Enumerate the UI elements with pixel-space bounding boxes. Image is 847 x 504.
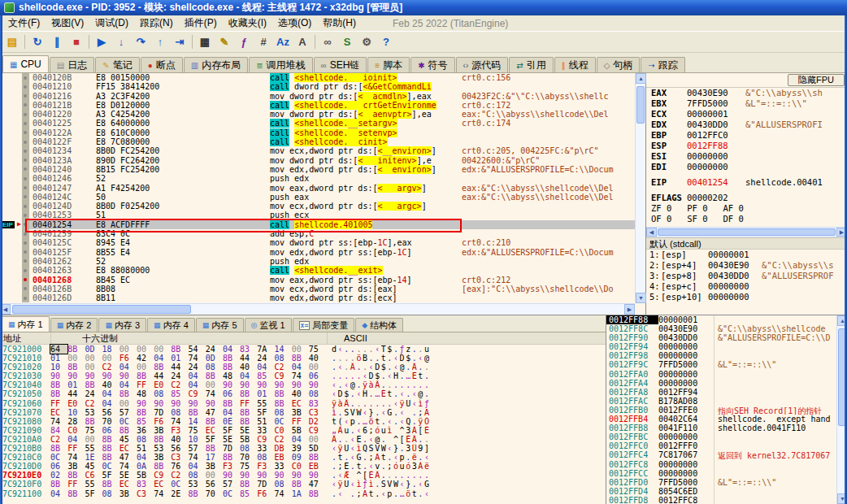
dump-tab-watch-1[interactable]: ◎监视 1 (245, 318, 292, 332)
disasm-row[interactable]: 0040122FE8 7C080000call <shellcode.__cin… (0, 137, 635, 146)
disasm-row[interactable]: 0040124D8B0D F0254200mov ecx,dword ptr d… (0, 202, 635, 211)
stack-row[interactable]: 0012FFACB178AD08 (606, 397, 836, 406)
register-row[interactable]: ESI00000000 (646, 151, 847, 162)
tab-threads[interactable]: ∥线程 (554, 57, 596, 72)
breakpoint-gutter[interactable] (22, 211, 29, 219)
menu-item-file[interactable]: 文件(F) (2, 15, 46, 30)
stack-row[interactable]: 0012FFC800000000 (606, 460, 836, 469)
breakpoint-gutter[interactable] (22, 293, 29, 302)
disasm-row[interactable]: 0040125983C4 0Cadd esp,C (0, 229, 635, 238)
registers-horizontal-scrollbar[interactable]: ◀ ▶ (646, 227, 847, 237)
breakpoint-gutter[interactable] (22, 285, 29, 293)
dump-row[interactable]: 7C92101001000000F6420401740D8B4424088B40… (0, 354, 606, 363)
patches-icon[interactable]: # (254, 33, 273, 51)
scylla-icon[interactable]: S (337, 33, 357, 51)
scroll-down-icon[interactable]: ▼ (636, 293, 646, 303)
dump-tab-locals[interactable]: x=局部变量 (293, 318, 355, 332)
tab-seh-chain[interactable]: ∞SEH链 (314, 57, 367, 72)
register-row[interactable]: EBX7FFD5000&L"=::=::\\" (646, 98, 847, 109)
disasm-row[interactable]: 004012408B15 FC254200mov edx,dword ptr d… (0, 165, 635, 174)
tab-notes[interactable]: ✎笔记 (95, 57, 139, 72)
dump-row[interactable]: 7C9210F08BFF558BEC83EC0C5356578B7D088B47… (0, 480, 606, 489)
argument-row[interactable]: 5:[esp+10]00000000 (646, 292, 847, 302)
settings-gear-icon[interactable]: ⚙ (357, 33, 376, 51)
disasm-row[interactable]: 00401247A1 F4254200mov eax,dword ptr ds:… (0, 184, 635, 193)
restart-icon[interactable]: ↻ (28, 33, 47, 51)
disasm-row[interactable]: 0040121BE8 D0120000call <shellcode.___cr… (0, 101, 635, 110)
dump-row[interactable]: 7C9210D0063B450C740A8B76043BF375F333C0EB… (0, 462, 606, 471)
stack-row[interactable]: 0012FFB00012FFE0指向SEH_Record[1]的指针 (606, 406, 836, 415)
dump-row[interactable]: 7C9210A0C204008B45088B40105F5E5BC9C20400… (0, 435, 606, 444)
stack-row[interactable]: 0012FFCC00000000 (606, 469, 836, 478)
disasm-row[interactable]: 0040124C50push eaxeax:&"C:\\abyss\\shell… (0, 193, 635, 202)
stack-row[interactable]: 0012FFD07FFD5000&L"=::=::\\" (606, 478, 836, 487)
dump-row[interactable]: 7C9210408B018B4004FFE0C20400909090909090… (0, 380, 606, 389)
breakpoint-gutter[interactable] (22, 92, 29, 101)
disasm-row[interactable]: 0040126252push edx (0, 257, 635, 266)
argument-row[interactable]: 2:[esp+4]00430E90&"C:\\abyss\\s (646, 260, 847, 271)
dump-row[interactable]: 7C921020108B00C204008B4424088B4004C20400… (0, 363, 606, 371)
preferences-font-icon[interactable]: A (293, 33, 312, 51)
register-row[interactable]: EDI00000000 (646, 162, 847, 172)
stack-row[interactable]: 0012FFB400402C64shellcode.__except_hand (606, 415, 836, 424)
dump-tab-memory-3[interactable]: ▦内存 3 (98, 318, 146, 332)
stack-row[interactable]: 0012FF8800000001 (606, 315, 836, 324)
dump-row[interactable]: 7C921100048B5F083BC3742E8B700C85F6741A8B… (0, 489, 606, 498)
breakpoint-gutter[interactable] (22, 220, 29, 229)
dump-row[interactable]: 7C921060FFE0C2040090909090908BFF558BEC83… (0, 399, 606, 408)
dump-tab-memory-1[interactable]: ▦内存 1 (2, 316, 50, 332)
tab-cpu[interactable]: ▦CPU (2, 55, 49, 72)
menu-item-view[interactable]: 视图(V) (46, 15, 89, 30)
argument-row[interactable]: 1:[esp]00000001 (646, 250, 847, 260)
strings-az-icon[interactable]: Az (273, 33, 293, 51)
stack-row[interactable]: 0012FFC00012FFF0 (606, 441, 836, 450)
tab-log[interactable]: ▤日志 (50, 57, 94, 72)
breakpoint-gutter[interactable] (22, 248, 29, 257)
breakpoint-gutter[interactable] (22, 229, 29, 238)
dump-row[interactable]: 7C92108074288B700C85F674148B0E8B510CFFD2… (0, 417, 606, 426)
menu-item-plugins[interactable]: 插件(P) (179, 15, 223, 30)
argument-row[interactable]: 4:[esp+c]00000000 (646, 281, 847, 292)
disasm-row[interactable]: 0040124652push edx (0, 174, 635, 183)
pause-icon[interactable]: ∥ (47, 33, 67, 51)
disasm-row[interactable]: 0040126D8B11mov edx,dword ptr ds:[ecx] (0, 293, 635, 302)
open-file-icon[interactable]: ▤ (2, 33, 22, 51)
stack-row[interactable]: 0012FFB80041F110shellcode.0041F110 (606, 424, 836, 432)
menu-item-options[interactable]: 选项(O) (272, 15, 317, 30)
notes-icon[interactable]: ✎ (215, 33, 234, 51)
stack-row[interactable]: 0012FFD80012FFC8 (606, 496, 836, 504)
stack-row[interactable]: 0012FFD48054C6ED (606, 487, 836, 496)
disasm-row[interactable]: 0040126B8B08mov ecx,dword ptr ds:[eax][e… (0, 285, 635, 293)
disasm-row[interactable]: 0040122AE8 610C0000call <shellcode.__set… (0, 128, 635, 137)
disasm-horizontal-scrollbar[interactable]: ◀ ▶ (0, 303, 635, 315)
breakpoint-gutter[interactable] (22, 101, 29, 110)
breakpoint-gutter[interactable] (22, 174, 29, 183)
disasm-row[interactable]: 00401216A3 2C3F4200mov dword ptr ds:[<__… (0, 92, 635, 101)
register-row[interactable]: EAX00430E90&"C:\\abyss\\sh (646, 88, 847, 98)
register-row[interactable]: EDX00430DD0&"ALLUSERSPROFI (646, 119, 847, 130)
dump-tab-struct[interactable]: ◆结构体 (355, 318, 403, 332)
step-over-icon[interactable]: ↷ (131, 33, 150, 51)
disasm-row[interactable]: 00401263E8 88080000call <shellcode.__exi… (0, 266, 635, 275)
disasm-row[interactable]: 004012348B0D FC254200mov ecx,dword ptr d… (0, 146, 635, 155)
terminate-icon[interactable]: ■ (67, 33, 86, 51)
stack-row[interactable]: 0012FFA80012FF94 (606, 388, 836, 397)
tab-trace[interactable]: ➝跟踪 (641, 57, 684, 72)
disasm-row[interactable]: 0040120BE8 00150000call <shellcode.___io… (0, 73, 635, 82)
dump-tab-memory-5[interactable]: ▦内存 5 (196, 318, 244, 332)
stack-row[interactable]: 0012FF8C00430E90&"C:\\abyss\\shellcode (606, 324, 836, 333)
dump-row[interactable]: 7C92109084C075068B363BF375EC5F5E33C05BC9… (0, 426, 606, 435)
breakpoint-gutter[interactable] (22, 82, 29, 91)
stack-row[interactable]: 0012FFA400000000 (606, 379, 836, 388)
scroll-right-icon[interactable]: ▶ (624, 304, 635, 315)
dump-row[interactable]: 7C9210C00C741E8B47043BC374178B7008EB098B… (0, 453, 606, 462)
breakpoint-gutter[interactable] (22, 119, 29, 128)
stack-row[interactable]: 0012FF9400000000 (606, 342, 836, 351)
step-out-icon[interactable]: ↑ (150, 33, 170, 51)
breakpoint-gutter[interactable] (22, 202, 29, 211)
breakpoint-gutter[interactable] (22, 110, 29, 119)
tab-breakpoints[interactable]: ●断点 (141, 57, 183, 72)
tab-call-stack[interactable]: ≣调用堆栈 (249, 57, 312, 72)
scroll-thumb[interactable] (636, 86, 645, 124)
breakpoint-gutter[interactable] (22, 276, 29, 285)
